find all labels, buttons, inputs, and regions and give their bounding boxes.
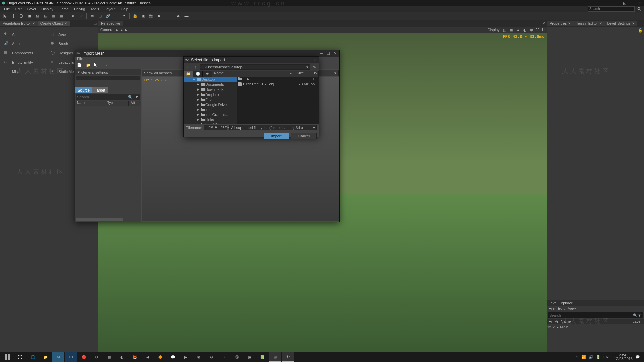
chevron-right-icon[interactable]: ▸ [197,87,200,92]
back-button[interactable]: ← [185,64,191,70]
display-label[interactable]: Display [488,28,500,32]
search-icon[interactable]: 🔍 [128,95,133,99]
close-icon[interactable]: ✕ [632,22,635,25]
tool-icon[interactable]: ◈ [69,13,76,19]
search-icon[interactable]: 🔍 [633,313,638,318]
tool-icon[interactable]: ▦ [58,13,65,19]
tool-icon[interactable]: ▨ [34,13,41,19]
taskbar-app-icon[interactable]: ▶ [180,352,192,362]
pause-icon[interactable]: ⏸ [167,13,174,19]
taskbar-app-icon[interactable]: 🔴 [78,352,90,362]
chevron-right-icon[interactable]: ▸ [116,28,118,32]
category-brush[interactable]: ⬣Brush [49,39,96,48]
taskbar-app-icon[interactable]: ⊙ [205,352,217,362]
viewport-option-icon[interactable]: ▲ [516,28,520,32]
minimize-button[interactable]: ─ [614,1,621,5]
lock-icon[interactable]: 🔒 [638,28,643,33]
tool-icon[interactable]: ✎ [311,64,317,70]
step-icon[interactable]: ⏭ [175,13,182,19]
search-icon[interactable] [636,6,643,12]
tree-item[interactable]: ▸Favorites [184,97,237,102]
tool-icon[interactable]: ⬚ [97,13,103,19]
filename-input[interactable]: Field_A_Tall.fbx [204,125,227,130]
camera-icon[interactable]: 📷 [148,13,155,19]
viewport-option-icon[interactable]: ⊞ [510,28,513,32]
select-tool-icon[interactable] [2,13,9,19]
scale-tool-icon[interactable]: ▣ [26,13,33,19]
import-search-input[interactable]: Search [77,95,89,99]
play-icon[interactable]: ▶ [156,13,163,19]
viewport-option-icon[interactable]: H [542,28,545,32]
chevron-right-icon[interactable]: ▸ [197,112,200,117]
chevron-right-icon[interactable]: ▸ [197,82,200,86]
tool-icon[interactable]: ▣ [140,13,147,19]
tray-clock[interactable]: 23:41 12/05/2018 [614,353,633,361]
viewport-option-icon[interactable]: ◫ [503,28,506,32]
category-ai[interactable]: 🗣AI [3,29,49,39]
tree-item[interactable]: ▸Links [184,117,237,122]
taskbar-app-icon[interactable]: Ⓢ [231,352,243,362]
import-button[interactable]: Import [264,133,289,139]
taskbar-app-icon[interactable]: ▦ [269,352,281,362]
taskbar-app-icon[interactable]: M [52,352,64,362]
eye-icon[interactable]: 👁 [547,325,551,329]
viewport-option-icon[interactable]: ◐ [523,28,527,32]
maximize-button[interactable]: ☐ [325,51,331,56]
menu-layout[interactable]: Layout [102,6,118,12]
start-button[interactable] [1,352,13,362]
taskbar-app-icon[interactable]: ◀ [142,352,154,362]
taskbar-app-icon[interactable]: 📗 [256,352,268,362]
close-icon[interactable]: ✕ [568,22,571,25]
tree-item[interactable]: ▸Dropbox [184,92,237,97]
lock-icon[interactable]: 🔒 [132,13,139,19]
taskbar-app-icon[interactable]: 🌐 [27,352,39,362]
taskbar-app-icon[interactable]: 🔶 [154,352,166,362]
filter-icon[interactable]: ▼ [135,95,139,99]
unlink-icon[interactable]: ⫝ [113,13,119,19]
menu-level[interactable]: Level [24,6,39,12]
arrow-icon[interactable]: ▸ [557,325,559,329]
col-name[interactable]: Name [559,319,631,324]
menu-game[interactable]: Game [56,6,71,12]
menu-file[interactable]: File [1,6,13,12]
tab-create-object[interactable]: Create Object✕ [38,21,70,26]
tool-icon[interactable]: ✦ [121,13,127,19]
tab-folder-icon[interactable]: 📁 [184,71,193,77]
col-name[interactable]: Name▴ [212,71,294,77]
close-icon[interactable]: ✕ [599,22,602,25]
taskbar-app-icon[interactable]: ▣ [244,352,256,362]
tab-properties[interactable]: Properties✕ [547,21,573,26]
tree-item[interactable]: ▸Local Settings [184,122,237,124]
tree-item[interactable]: ▸Intel [184,107,237,112]
magnify-icon[interactable]: ⊕ [77,13,84,19]
chevron-right-icon[interactable]: ▸ [197,107,200,112]
search-input[interactable]: Search [549,313,561,317]
tool-icon[interactable]: ⊟ [199,13,206,19]
cortana-button[interactable] [14,352,26,362]
close-icon[interactable]: ✕ [64,22,67,25]
taskbar-app-icon[interactable]: Ps [65,352,77,362]
panel-undock-icon[interactable]: ▭ [92,21,98,26]
col-att[interactable]: Att [129,101,137,106]
tool-icon[interactable]: ▬ [183,13,190,19]
tab-target[interactable]: Target [92,87,108,93]
close-icon[interactable]: ✕ [32,22,35,25]
category-area[interactable]: ⬚Area [49,29,96,39]
check-icon[interactable]: ✓ [552,325,555,329]
camera-label[interactable]: Camera [100,28,113,32]
link-icon[interactable]: 🔗 [105,13,111,19]
col-type[interactable]: Ty [311,71,319,77]
rotate-tool-icon[interactable] [18,13,25,19]
filetype-dropdown[interactable]: All supported file types (fbx,dxf,dae,ob… [229,125,317,130]
tool-icon[interactable]: ▭ [103,63,109,68]
close-button[interactable]: ✕ [332,51,338,56]
taskbar-app-icon[interactable]: ⚙ [91,352,103,362]
category-empty-entity[interactable]: ◇Empty Entity [3,58,49,67]
level-exp-menu-file[interactable]: File [549,306,555,312]
tab-source[interactable]: Source [75,87,92,93]
tree-item[interactable]: ▸Downloads [184,87,237,92]
section-general-settings[interactable]: ▾ General settings [75,69,141,75]
category-audio[interactable]: 🔊Audio [3,39,49,48]
taskbar-app-icon[interactable]: ◉ [193,352,205,362]
category-components[interactable]: ▦Components [3,48,49,58]
